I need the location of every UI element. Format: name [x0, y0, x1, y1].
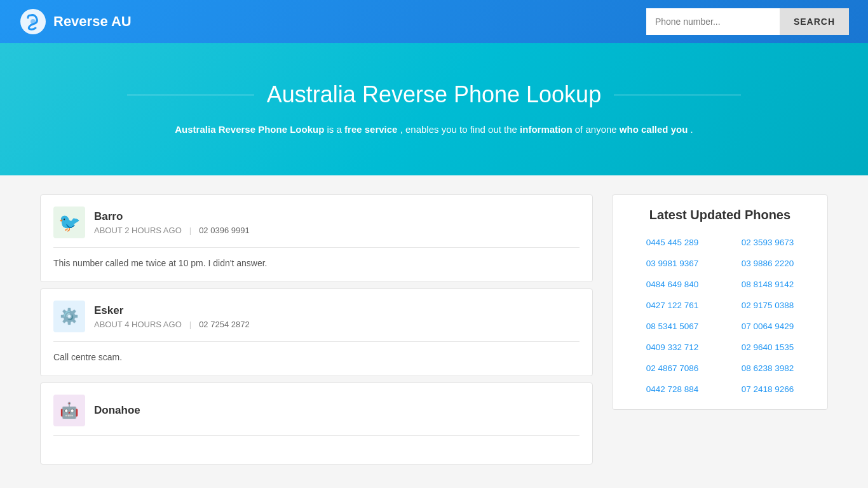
post-header-2: ⚙️ Esker ABOUT 4 HOURS AGO | 02 7254 287…	[53, 301, 580, 342]
post-info-1: ABOUT 2 HOURS AGO | 02 0396 9991	[94, 226, 250, 235]
hero-desc-info: information	[520, 124, 573, 135]
hero-title: Australia Reverse Phone Lookup	[19, 81, 849, 108]
logo-icon	[19, 8, 47, 36]
logo-area: Reverse AU	[19, 8, 132, 36]
phone-entry-2[interactable]: 03 9981 9367	[628, 256, 717, 271]
post-meta-3: Donahoe	[94, 404, 140, 417]
phone-entry-14[interactable]: 0442 728 884	[628, 382, 717, 396]
phone-entry-8[interactable]: 08 5341 5067	[628, 319, 717, 334]
post-card-1: 🐦 Barro ABOUT 2 HOURS AGO | 02 0396 9991…	[40, 194, 593, 282]
hero-desc-text1: is a	[327, 124, 345, 135]
post-time-1: ABOUT 2 HOURS AGO	[94, 226, 182, 235]
post-card-3: 🤖 Donahoe	[40, 383, 593, 464]
post-meta-2: Esker ABOUT 4 HOURS AGO | 02 7254 2872	[94, 304, 250, 329]
post-header-3: 🤖 Donahoe	[53, 395, 580, 436]
latest-phones-box: Latest Updated Phones 0445 445 28902 359…	[612, 194, 828, 410]
hero-line-left	[127, 95, 254, 95]
phone-entry-12[interactable]: 02 4867 7086	[628, 361, 717, 376]
post-username-2: Esker	[94, 304, 250, 317]
post-header-1: 🐦 Barro ABOUT 2 HOURS AGO | 02 0396 9991	[53, 207, 580, 248]
phone-entry-9[interactable]: 07 0064 9429	[723, 319, 812, 334]
search-area: SEARCH	[646, 8, 849, 35]
hero-desc-period: .	[691, 124, 693, 135]
hero-desc-free: free service	[344, 124, 397, 135]
post-avatar-1: 🐦	[53, 207, 85, 238]
post-phone-2[interactable]: 02 7254 2872	[199, 320, 250, 329]
phone-entry-6[interactable]: 0427 122 761	[628, 298, 717, 313]
phone-entry-7[interactable]: 02 9175 0388	[723, 298, 812, 313]
phone-entry-1[interactable]: 02 3593 9673	[723, 235, 812, 250]
post-body-1: This number called me twice at 10 pm. I …	[53, 257, 580, 270]
post-phone-1[interactable]: 02 0396 9991	[199, 226, 250, 235]
main-content: 🐦 Barro ABOUT 2 HOURS AGO | 02 0396 9991…	[21, 175, 847, 484]
sidebar: Latest Updated Phones 0445 445 28902 359…	[612, 194, 828, 464]
post-username-3: Donahoe	[94, 404, 140, 417]
hero-section: Australia Reverse Phone Lookup Australia…	[0, 43, 868, 175]
post-meta-1: Barro ABOUT 2 HOURS AGO | 02 0396 9991	[94, 210, 250, 235]
post-username-1: Barro	[94, 210, 250, 223]
post-body-2: Call centre scam.	[53, 351, 580, 364]
phone-entry-4[interactable]: 0484 649 840	[628, 277, 717, 292]
search-button[interactable]: SEARCH	[780, 8, 849, 35]
hero-description: Australia Reverse Phone Lookup is a free…	[19, 122, 849, 137]
post-info-2: ABOUT 4 HOURS AGO | 02 7254 2872	[94, 320, 250, 329]
phone-entry-11[interactable]: 02 9640 1535	[723, 340, 812, 355]
hero-title-text: Australia Reverse Phone Lookup	[267, 81, 601, 108]
hero-desc-brand: Australia Reverse Phone Lookup	[175, 124, 324, 135]
latest-phones-title: Latest Updated Phones	[628, 208, 812, 222]
post-avatar-2: ⚙️	[53, 301, 85, 332]
hero-desc-text2: , enables you to find out the	[400, 124, 520, 135]
posts-column: 🐦 Barro ABOUT 2 HOURS AGO | 02 0396 9991…	[40, 194, 593, 464]
hero-desc-who: who called you	[620, 124, 688, 135]
post-card-2: ⚙️ Esker ABOUT 4 HOURS AGO | 02 7254 287…	[40, 288, 593, 376]
phone-search-input[interactable]	[646, 8, 780, 35]
post-divider-1: |	[189, 226, 191, 235]
hero-desc-text3: of anyone	[575, 124, 620, 135]
svg-point-1	[31, 19, 36, 24]
phone-entry-10[interactable]: 0409 332 712	[628, 340, 717, 355]
post-divider-2: |	[189, 320, 191, 329]
phone-entry-0[interactable]: 0445 445 289	[628, 235, 717, 250]
post-avatar-3: 🤖	[53, 395, 85, 426]
post-time-2: ABOUT 4 HOURS AGO	[94, 320, 182, 329]
logo-text: Reverse AU	[53, 13, 132, 30]
hero-line-right	[614, 95, 741, 95]
phone-entry-15[interactable]: 07 2418 9266	[723, 382, 812, 396]
phones-grid: 0445 445 28902 3593 967303 9981 936703 9…	[628, 235, 812, 396]
phone-entry-13[interactable]: 08 6238 3982	[723, 361, 812, 376]
header: Reverse AU SEARCH	[0, 0, 868, 43]
phone-entry-3[interactable]: 03 9886 2220	[723, 256, 812, 271]
phone-entry-5[interactable]: 08 8148 9142	[723, 277, 812, 292]
